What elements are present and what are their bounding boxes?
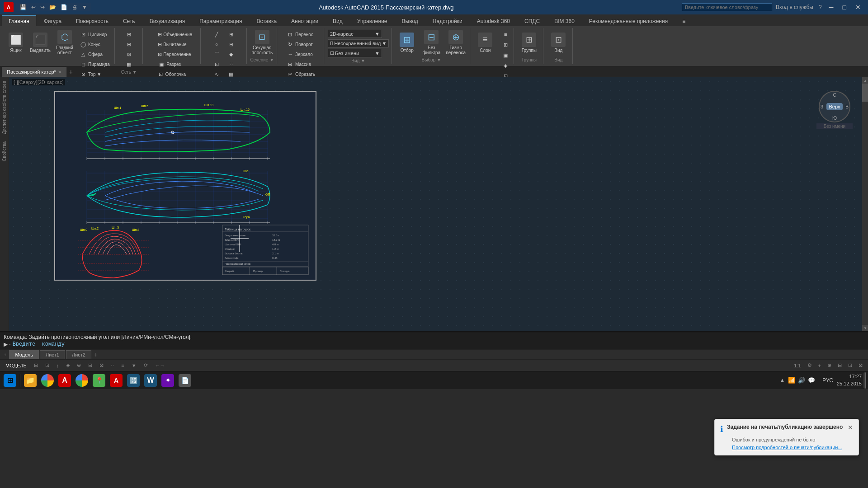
tray-msg-icon[interactable]: 💬 — [808, 377, 815, 384]
btn-mesh-2[interactable]: ⊟ — [123, 40, 134, 49]
btn-small-4[interactable]: ◻Пирамида — [78, 60, 112, 69]
close-btn[interactable]: ✕ — [852, 3, 864, 12]
status-osnap[interactable]: ⊕ — [75, 361, 83, 369]
status-filter2[interactable]: ⊟ — [836, 361, 844, 369]
maximize-btn[interactable]: □ — [839, 3, 850, 12]
btn-small-3[interactable]: △Сфера — [78, 50, 112, 59]
title-search-input[interactable] — [682, 3, 772, 11]
btn-edit-3[interactable]: ↔Зеркало — [285, 50, 317, 59]
scroll-down-btn[interactable]: ▼ — [862, 325, 868, 331]
status-lw[interactable]: ≡ — [119, 362, 126, 369]
btn-edit-1[interactable]: ⊡Перенос — [285, 30, 317, 39]
status-model[interactable]: МОДЕЛЬ — [4, 362, 28, 369]
qa-redo[interactable]: ↪ — [38, 3, 47, 11]
tab-home[interactable]: Главная — [2, 15, 36, 26]
taskbar-autocad-btn[interactable]: A — [57, 372, 73, 389]
btn-eb-1[interactable]: ⊞Объединение — [156, 30, 188, 39]
file-tab-passenger[interactable]: Пассажирский катер* ✕ — [2, 67, 66, 77]
tray-up-icon[interactable]: ▲ — [779, 377, 785, 384]
btn-layers[interactable]: ≡ Слои — [474, 30, 496, 55]
tray-network-icon[interactable]: 📶 — [788, 377, 795, 384]
qa-print[interactable]: 🖨 — [70, 3, 79, 11]
btn-mesh-1[interactable]: ⊞ — [123, 30, 134, 39]
btn-draw-2[interactable]: ○ — [211, 40, 222, 49]
btn-small-2[interactable]: ◯Конус — [78, 40, 112, 49]
tab-addins[interactable]: Надстройки — [426, 15, 469, 26]
btn-draw-7[interactable]: ⊟ — [226, 40, 236, 49]
language-btn[interactable]: РУС — [821, 376, 835, 385]
help-btn[interactable]: ? — [817, 3, 824, 11]
status-settings-gear[interactable]: ⚙ — [806, 361, 814, 369]
btn-layer-prop[interactable]: ≡ — [500, 30, 511, 39]
btn-edit-4[interactable]: ⊞Массив — [285, 60, 317, 69]
sign-in-btn[interactable]: Вход в службы — [774, 3, 815, 11]
btn-draw-1[interactable]: ╱ — [211, 30, 222, 39]
taskbar-chrome-btn[interactable] — [39, 372, 56, 389]
nav-cube-top-btn[interactable]: Верх — [826, 103, 843, 110]
qa-save[interactable]: 💾 — [18, 3, 28, 11]
taskbar-maps-btn[interactable]: 📍 — [91, 372, 107, 389]
status-dyn[interactable]: ∷ — [109, 361, 116, 369]
btn-no-filter[interactable]: ⊟ Без фильтра — [420, 30, 443, 55]
qa-more[interactable]: ▼ — [80, 3, 89, 11]
btn-draw-9[interactable]: ∷ — [226, 60, 236, 69]
model-tab-add[interactable]: + — [92, 351, 99, 358]
btn-edit-2[interactable]: ↻Поворот — [285, 40, 317, 49]
tab-manage[interactable]: Управление — [350, 15, 394, 26]
btn-mesh-4[interactable]: ▦ — [123, 60, 134, 69]
scroll-up-btn[interactable]: ▲ — [862, 77, 868, 84]
qa-new[interactable]: 📄 — [59, 3, 69, 11]
status-grid[interactable]: ⊞ — [32, 361, 40, 369]
tab-view[interactable]: Вид — [326, 15, 349, 26]
btn-groups[interactable]: ⊞ Группы — [518, 30, 540, 55]
status-plus[interactable]: + — [816, 362, 823, 369]
tab-spds[interactable]: СПДС — [518, 15, 547, 26]
status-sc[interactable]: ←→ — [153, 362, 167, 369]
status-workspace[interactable]: ⊠ — [857, 361, 864, 369]
taskbar-word-btn[interactable]: W — [142, 372, 159, 389]
model-tab-sheet2[interactable]: Лист2 — [66, 350, 91, 359]
viewport[interactable]: [-][Сверху][2D-каркас] Y X — [9, 77, 862, 331]
start-btn[interactable]: ⊞ — [2, 372, 18, 389]
btn-layer-4[interactable]: ◈ — [500, 61, 511, 70]
btn-gizmo[interactable]: ⊕ Гизмопереноса — [444, 30, 467, 55]
properties-label[interactable]: Свойства — [1, 138, 8, 165]
btn-filter[interactable]: ⊞ Отбор — [396, 30, 418, 55]
layer-manager-label[interactable]: Диспетчер свойств слоев — [1, 77, 8, 138]
system-clock[interactable]: 17:27 25.12.2015 — [837, 373, 862, 387]
btn-draw-4[interactable]: ⊡ — [211, 60, 222, 69]
btn-small-1[interactable]: ⊡Цилиндр — [78, 30, 112, 39]
scroll-track[interactable] — [862, 84, 868, 325]
tab-recommended[interactable]: Рекомендованные приложения — [582, 15, 675, 26]
tab-insert[interactable]: Вставка — [250, 15, 284, 26]
status-otrack[interactable]: ⊟ — [86, 361, 94, 369]
tab-bim360[interactable]: BIM 360 — [547, 15, 581, 26]
taskbar-chrome2-btn[interactable] — [74, 372, 90, 389]
status-scale[interactable]: 1:1 — [792, 362, 802, 369]
btn-eb-4[interactable]: ▣Разрез — [156, 60, 188, 69]
btn-section-plane[interactable]: ⊡ Секущаяплоскость — [251, 30, 274, 55]
taskbar-docs-btn[interactable]: 📄 — [177, 372, 193, 389]
btn-layer-3[interactable]: ▣ — [500, 51, 511, 60]
file-tab-close[interactable]: ✕ — [58, 70, 61, 75]
tab-output[interactable]: Вывод — [395, 15, 425, 26]
tab-figure[interactable]: Фигура — [37, 15, 68, 26]
status-polar[interactable]: ◈ — [64, 361, 71, 369]
model-tab-sheet1[interactable]: Лист1 — [40, 350, 65, 359]
btn-box[interactable]: ⬜ Ящик — [5, 30, 27, 55]
taskbar-calc-btn[interactable]: 🔢 — [125, 372, 142, 389]
view-noname-dropdown[interactable]: ⊡ Без имени ▼ — [328, 49, 382, 57]
model-tab-model[interactable]: Модель — [9, 350, 38, 359]
tab-a360[interactable]: Autodesk 360 — [470, 15, 517, 26]
taskbar-acrobat-btn[interactable]: A — [108, 372, 124, 389]
btn-extrude[interactable]: ⬛ Выдавить — [29, 30, 52, 55]
layout-toggle[interactable]: + — [2, 352, 8, 357]
btn-eb-3[interactable]: ⊠Пересечение — [156, 50, 188, 59]
show-desktop-btn[interactable] — [863, 372, 866, 389]
status-qp[interactable]: ⟳ — [142, 361, 150, 369]
btn-draw-8[interactable]: ◆ — [226, 50, 236, 59]
btn-draw-6[interactable]: ⊞ — [226, 30, 236, 39]
btn-smooth[interactable]: ⬡ Гладкий объект — [53, 30, 76, 55]
status-snap[interactable]: ⊡ — [43, 361, 51, 369]
view-named-dropdown[interactable]: П Несохраненный вид ▼ — [328, 39, 389, 47]
